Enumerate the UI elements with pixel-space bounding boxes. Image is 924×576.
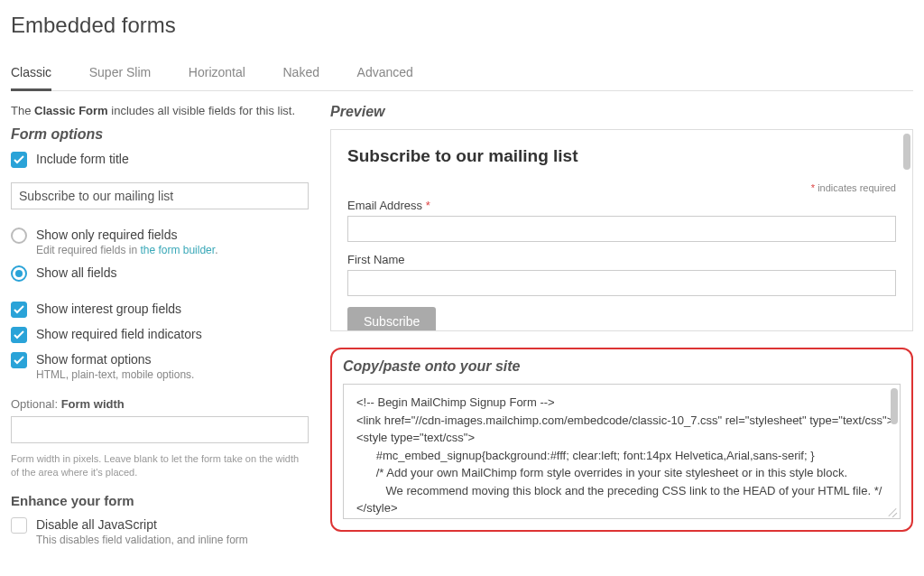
asterisk-icon: * bbox=[811, 182, 815, 193]
disable-js-sublabel: This disables field validation, and inli… bbox=[36, 534, 309, 546]
format-options-checkbox[interactable] bbox=[11, 352, 27, 368]
option-show-all: Show all fields bbox=[11, 265, 309, 282]
code-scrollbar[interactable] bbox=[891, 388, 898, 424]
form-width-helper: Form width in pixels. Leave blank to let… bbox=[11, 452, 309, 480]
email-label: Email Address * bbox=[347, 199, 896, 212]
show-all-radio[interactable] bbox=[11, 265, 27, 282]
preview-form-title: Subscribe to our mailing list bbox=[347, 146, 896, 166]
required-indicators-label: Show required field indicators bbox=[36, 327, 309, 341]
interest-groups-checkbox[interactable] bbox=[11, 302, 27, 318]
check-icon bbox=[14, 305, 24, 314]
required-only-sub-prefix: Edit required fields in bbox=[36, 244, 140, 256]
preview-pane: Subscribe to our mailing list * indicate… bbox=[330, 129, 913, 331]
check-icon bbox=[14, 155, 24, 164]
right-column: Preview Subscribe to our mailing list * … bbox=[330, 104, 913, 555]
option-format-options: Show format options HTML, plain-text, mo… bbox=[11, 352, 309, 381]
left-column: The Classic Form includes all visible fi… bbox=[11, 104, 309, 555]
form-width-label: Optional: Form width bbox=[11, 397, 309, 411]
tab-super-slim[interactable]: Super Slim bbox=[89, 58, 151, 88]
form-width-prefix: Optional: bbox=[11, 397, 61, 411]
enhance-heading: Enhance your form bbox=[11, 493, 309, 508]
format-options-label: Show format options bbox=[36, 352, 309, 367]
required-only-label: Show only required fields bbox=[36, 228, 309, 242]
required-only-sub-suffix: . bbox=[215, 244, 217, 256]
asterisk-icon: * bbox=[426, 199, 430, 212]
required-only-sublabel: Edit required fields in the form builder… bbox=[36, 244, 309, 256]
intro-prefix: The bbox=[11, 104, 34, 117]
option-required-only: Show only required fields Edit required … bbox=[11, 228, 309, 256]
tab-horizontal[interactable]: Horizontal bbox=[189, 58, 245, 88]
required-only-radio[interactable] bbox=[11, 228, 27, 244]
code-heading: Copy/paste onto your site bbox=[343, 358, 901, 375]
option-include-title: Include form title bbox=[11, 152, 309, 168]
show-all-label: Show all fields bbox=[36, 265, 309, 280]
required-indicators-checkbox[interactable] bbox=[11, 327, 27, 343]
preview-scrollbar[interactable] bbox=[903, 134, 910, 170]
form-width-input[interactable] bbox=[11, 416, 309, 443]
intro-bold: Classic Form bbox=[34, 104, 108, 117]
email-input[interactable] bbox=[347, 216, 896, 242]
disable-js-checkbox[interactable] bbox=[11, 517, 27, 534]
option-required-indicators: Show required field indicators bbox=[11, 327, 309, 343]
firstname-label: First Name bbox=[347, 253, 896, 266]
firstname-input[interactable] bbox=[347, 270, 896, 296]
disable-js-label: Disable all JavaScript bbox=[36, 517, 309, 532]
intro-text: The Classic Form includes all visible fi… bbox=[11, 104, 309, 117]
interest-groups-label: Show interest group fields bbox=[36, 302, 309, 316]
check-icon bbox=[14, 356, 24, 365]
code-textarea[interactable]: <!-- Begin MailChimp Signup Form --> <li… bbox=[343, 384, 901, 519]
option-disable-js: Disable all JavaScript This disables fie… bbox=[11, 517, 309, 546]
code-section: Copy/paste onto your site <!-- Begin Mai… bbox=[330, 348, 913, 532]
required-note: * indicates required bbox=[347, 182, 896, 193]
tab-classic[interactable]: Classic bbox=[11, 58, 51, 91]
page-title: Embedded forms bbox=[11, 13, 913, 38]
check-icon bbox=[14, 330, 24, 339]
option-interest-groups: Show interest group fields bbox=[11, 302, 309, 318]
code-content: <!-- Begin MailChimp Signup Form --> <li… bbox=[356, 395, 893, 519]
tab-advanced[interactable]: Advanced bbox=[357, 58, 413, 88]
form-options-heading: Form options bbox=[11, 126, 309, 143]
subscribe-button[interactable]: Subscribe bbox=[347, 307, 436, 331]
form-title-input[interactable] bbox=[11, 182, 309, 209]
form-width-bold: Form width bbox=[61, 397, 125, 411]
form-builder-link[interactable]: the form builder bbox=[140, 244, 215, 256]
intro-suffix: includes all visible fields for this lis… bbox=[108, 104, 295, 117]
tab-naked[interactable]: Naked bbox=[283, 58, 319, 88]
tabs-bar: Classic Super Slim Horizontal Naked Adva… bbox=[11, 58, 913, 91]
preview-heading: Preview bbox=[330, 104, 913, 120]
resize-handle-icon[interactable] bbox=[887, 506, 898, 516]
required-note-text: indicates required bbox=[818, 182, 896, 193]
include-title-label: Include form title bbox=[36, 152, 309, 166]
include-title-checkbox[interactable] bbox=[11, 152, 27, 168]
format-options-sublabel: HTML, plain-text, mobile options. bbox=[36, 368, 309, 381]
